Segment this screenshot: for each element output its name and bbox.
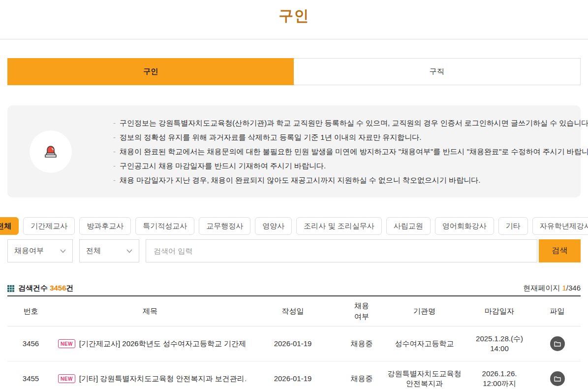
bullet-dash: -	[113, 130, 116, 144]
search-bar: 채용여부 전체 검색	[7, 239, 581, 262]
row-org: 강원특별자치도교육청 안전복지과	[384, 369, 465, 389]
bullet-dash: -	[113, 173, 116, 187]
filter-all[interactable]: 전체	[0, 217, 19, 235]
results-count-suffix: 건	[66, 284, 74, 292]
row-no: 3455	[7, 374, 54, 384]
search-button[interactable]: 검색	[539, 239, 581, 262]
filter-specialty-teacher[interactable]: 특기적성교사	[135, 217, 194, 235]
row-org: 성수여자고등학교	[384, 339, 465, 349]
tab-job-offer[interactable]: 구인	[7, 58, 294, 85]
search-field-select[interactable]: 전체	[79, 239, 139, 262]
file-attachment-button[interactable]	[550, 336, 565, 351]
filter-free-semester-instructor[interactable]: 자유학년제강사	[532, 217, 588, 235]
filter-cook[interactable]: 조리사 및 조리실무사	[296, 217, 381, 235]
search-input[interactable]	[146, 239, 537, 262]
filter-etc[interactable]: 기타	[498, 217, 528, 235]
table-row[interactable]: 3455 NEW [기타] 강원특별자치도교육청 안전복지과 보건관리… 202…	[7, 361, 581, 389]
page-indicator-label: 현재페이지	[523, 284, 560, 292]
filter-admin-staff[interactable]: 교무행정사	[199, 217, 250, 235]
notice-box: -구인정보는 강원특별자치도교육청(산하기관)과 학교 교직원만 등록하실 수 …	[7, 105, 581, 197]
table-row[interactable]: 3456 NEW [기간제교사] 2026학년도 성수여자고등학교 기간제… 2…	[7, 326, 581, 361]
title-divider	[0, 39, 588, 39]
row-title-link[interactable]: [기간제교사] 2026학년도 성수여자고등학교 기간제…	[79, 339, 246, 349]
notice-item: -채용이 완료된 학교에서는 채용문의에 대한 불필요한 민원 발생을 미연에 …	[113, 144, 588, 159]
row-deadline: 2025.1.28.(수) 14:00	[465, 334, 534, 354]
notice-text: 구인정보는 강원특별자치도교육청(산하기관)과 학교 교직원만 등록하실 수 있…	[120, 119, 588, 127]
notice-item: -정보의 정확성 유지를 위해 과거자료를 삭제하고 등록일 기준 1년 이내의…	[113, 130, 588, 144]
tab-job-seek[interactable]: 구직	[294, 59, 581, 85]
notice-text: 정보의 정확성 유지를 위해 과거자료를 삭제하고 등록일 기준 1년 이내의 …	[120, 133, 421, 141]
page-indicator: 현재페이지 1/346	[523, 284, 581, 293]
results-count: 검색건수 3456건	[7, 284, 74, 293]
page-indicator-current: 1	[562, 284, 566, 292]
row-date: 2026-01-19	[246, 339, 340, 349]
tab-bar: 구인 구직	[7, 58, 581, 85]
results-bar: 검색건수 3456건 현재페이지 1/346	[7, 284, 581, 293]
table-header-row: 번호 제목 작성일 채용여부 기관명 마감일자 파일	[7, 296, 581, 326]
row-status: 채용중	[340, 374, 384, 384]
notice-item: -구인공고시 채용 마감일자를 반드시 기재하여 주시기 바랍니다.	[113, 159, 588, 173]
filter-fixed-term-teacher[interactable]: 기간제교사	[23, 217, 75, 235]
row-deadline: 2026.1.26. 12:00까지	[465, 369, 534, 389]
bullet-dash: -	[113, 116, 116, 130]
bullet-dash: -	[113, 159, 116, 173]
row-title-link[interactable]: [기타] 강원특별자치도교육청 안전복지과 보건관리…	[79, 374, 246, 384]
filter-private-school-teacher[interactable]: 사립교원	[386, 217, 431, 235]
header-deadline: 마감일자	[465, 306, 534, 316]
notice-item: -채용 마감일자가 지난 경우, 채용이 완료되지 않아도 재공고시까지 지원하…	[113, 173, 588, 187]
page-title: 구인	[7, 0, 581, 26]
new-badge: NEW	[58, 339, 75, 349]
filter-nutritionist[interactable]: 영양사	[255, 217, 292, 235]
header-status: 채용여부	[340, 300, 384, 323]
bullet-dash: -	[113, 144, 116, 159]
file-attachment-button[interactable]	[550, 371, 565, 386]
folder-icon	[554, 376, 561, 382]
page-indicator-total: /346	[566, 284, 581, 292]
row-status: 채용중	[340, 339, 384, 349]
header-file: 파일	[534, 306, 581, 316]
new-badge: NEW	[58, 374, 75, 384]
notice-item: -구인정보는 강원특별자치도교육청(산하기관)과 학교 교직원만 등록하실 수 …	[113, 116, 588, 130]
row-date: 2026-01-19	[246, 374, 340, 384]
notice-list: -구인정보는 강원특별자치도교육청(산하기관)과 학교 교직원만 등록하실 수 …	[113, 116, 588, 187]
header-org: 기관명	[384, 306, 465, 316]
category-filter-bar: 전체 기간제교사 방과후교사 특기적성교사 교무행정사 영양사 조리사 및 조리…	[0, 217, 588, 235]
header-no: 번호	[7, 306, 54, 316]
job-board-table: 번호 제목 작성일 채용여부 기관명 마감일자 파일 3456 NEW [기간제…	[7, 295, 581, 389]
header-date: 작성일	[246, 306, 340, 316]
notice-text: 채용이 완료된 학교에서는 채용문의에 대한 불필요한 민원 발생을 미연에 방…	[120, 147, 588, 156]
grid-icon	[7, 285, 14, 292]
notice-text: 채용 마감일자가 지난 경우, 채용이 완료되지 않아도 재공고시까지 지원하실…	[120, 176, 480, 184]
row-no: 3456	[7, 339, 54, 349]
chevron-down-icon	[60, 249, 66, 253]
chevron-down-icon	[126, 249, 132, 253]
search-field-select-value: 전체	[86, 246, 101, 256]
siren-icon	[30, 130, 72, 173]
results-count-value: 3456	[50, 284, 66, 292]
header-title: 제목	[54, 306, 246, 316]
results-count-label: 검색건수	[18, 284, 48, 292]
hiring-status-select-value: 채용여부	[14, 246, 44, 256]
folder-icon	[554, 341, 561, 347]
filter-english-instructor[interactable]: 영어회화강사	[435, 217, 494, 235]
hiring-status-select[interactable]: 채용여부	[7, 239, 73, 262]
notice-text: 구인공고시 채용 마감일자를 반드시 기재하여 주시기 바랍니다.	[120, 162, 326, 170]
filter-after-school-teacher[interactable]: 방과후교사	[79, 217, 131, 235]
